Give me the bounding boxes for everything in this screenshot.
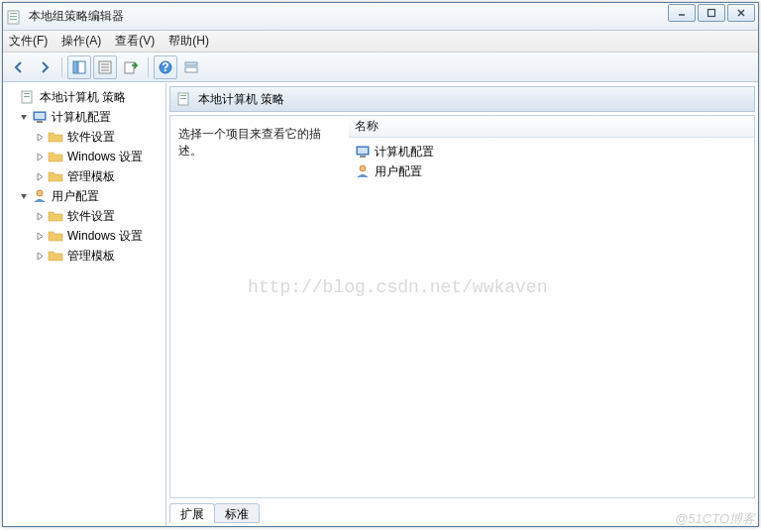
svg-rect-27	[180, 95, 186, 96]
svg-text:?: ?	[162, 60, 168, 74]
tree-root[interactable]: 本地计算机 策略	[5, 87, 163, 107]
app-icon	[7, 9, 23, 25]
tab-extended[interactable]: 扩展	[169, 503, 215, 523]
svg-rect-2	[10, 16, 17, 17]
app-window: 本地组策略编辑器 文件(F) 操作(A) 查看(V) 帮助(H) ? 本地计算机…	[2, 2, 759, 527]
tab-label: 标准	[225, 507, 249, 521]
window-title: 本地组策略编辑器	[29, 8, 754, 25]
svg-rect-30	[358, 148, 368, 154]
svg-rect-18	[185, 67, 197, 72]
tree-computer-config[interactable]: 计算机配置	[5, 107, 163, 127]
folder-icon	[48, 248, 63, 264]
toolbar: ?	[3, 53, 758, 82]
expand-icon[interactable]	[35, 211, 46, 222]
collapse-icon[interactable]	[19, 191, 30, 202]
expand-icon[interactable]	[35, 251, 46, 262]
svg-rect-8	[73, 61, 77, 73]
list-item-label: 计算机配置	[375, 144, 434, 160]
description-column: 选择一个项目来查看它的描述。	[170, 116, 349, 497]
computer-icon	[355, 144, 371, 160]
back-button[interactable]	[7, 55, 31, 79]
list-item-label: 用户配置	[375, 163, 422, 180]
svg-point-32	[360, 165, 366, 171]
tree-pane[interactable]: 本地计算机 策略 计算机配置 软件设置 Windows 设置 管理模板	[3, 83, 166, 526]
policy-icon	[176, 91, 192, 107]
list-column: 名称 计算机配置 用户配置	[349, 116, 754, 497]
tree-user-templates[interactable]: 管理模板	[5, 246, 163, 266]
help-button[interactable]: ?	[154, 55, 177, 79]
right-title: 本地计算机 策略	[198, 91, 284, 108]
column-header-label: 名称	[355, 118, 379, 135]
expand-icon[interactable]	[35, 132, 46, 143]
right-pane: 本地计算机 策略 选择一个项目来查看它的描述。 名称 计算机配置	[166, 83, 758, 526]
maximize-button[interactable]	[698, 4, 725, 22]
user-icon	[355, 163, 371, 179]
policy-icon	[20, 89, 36, 105]
content-area: 本地计算机 策略 计算机配置 软件设置 Windows 设置 管理模板	[3, 82, 758, 526]
minimize-button[interactable]	[668, 4, 696, 22]
folder-icon	[48, 129, 63, 145]
folder-icon	[48, 208, 63, 224]
toolbar-separator	[148, 57, 149, 77]
toolbar-separator	[61, 57, 62, 77]
svg-rect-5	[708, 10, 715, 17]
svg-rect-20	[24, 93, 30, 94]
tree-user-software[interactable]: 软件设置	[5, 206, 163, 226]
svg-rect-9	[78, 61, 85, 73]
computer-icon	[32, 109, 48, 125]
tree-user-windows[interactable]: Windows 设置	[5, 226, 163, 246]
filter-button[interactable]	[179, 55, 203, 79]
properties-button[interactable]	[93, 55, 117, 79]
tree-computer-templates[interactable]: 管理模板	[5, 166, 163, 186]
menu-help[interactable]: 帮助(H)	[168, 33, 209, 50]
menu-action[interactable]: 操作(A)	[61, 33, 101, 50]
expand-icon[interactable]	[35, 171, 46, 182]
menubar: 文件(F) 操作(A) 查看(V) 帮助(H)	[3, 31, 758, 53]
svg-rect-0	[8, 11, 19, 24]
tree-label: 软件设置	[67, 129, 115, 146]
svg-rect-3	[10, 19, 17, 20]
collapse-icon[interactable]	[19, 112, 30, 123]
right-header: 本地计算机 策略	[169, 86, 755, 112]
tree-label: 管理模板	[67, 168, 115, 185]
user-icon	[32, 188, 48, 204]
list-items: 计算机配置 用户配置	[349, 138, 754, 185]
tree-label: Windows 设置	[67, 149, 143, 165]
description-prompt: 选择一个项目来查看它的描述。	[178, 127, 321, 158]
tree-label: 用户配置	[52, 188, 99, 205]
tree-user-config[interactable]: 用户配置	[5, 186, 163, 206]
blank-expander	[7, 92, 18, 103]
tab-standard[interactable]: 标准	[214, 503, 260, 523]
tree-computer-windows[interactable]: Windows 设置	[5, 147, 163, 166]
menu-file[interactable]: 文件(F)	[9, 33, 48, 50]
expand-icon[interactable]	[35, 152, 46, 162]
right-body: 选择一个项目来查看它的描述。 名称 计算机配置 用户配置	[169, 115, 755, 498]
svg-rect-14	[125, 62, 134, 73]
svg-rect-21	[24, 96, 30, 97]
tree-label: 管理模板	[67, 248, 115, 265]
menu-view[interactable]: 查看(V)	[115, 33, 155, 50]
expand-icon[interactable]	[35, 231, 46, 242]
tree-root-label: 本地计算机 策略	[40, 89, 126, 106]
tree-label: 计算机配置	[52, 109, 111, 126]
svg-rect-23	[35, 113, 45, 119]
folder-icon	[48, 228, 63, 244]
folder-icon	[48, 149, 63, 164]
svg-rect-17	[185, 62, 197, 65]
window-controls	[668, 4, 755, 22]
tree-label: Windows 设置	[67, 228, 143, 245]
tree-computer-software[interactable]: 软件设置	[5, 127, 163, 147]
tab-label: 扩展	[180, 507, 204, 521]
show-tree-button[interactable]	[67, 55, 91, 79]
titlebar: 本地组策略编辑器	[3, 3, 758, 31]
svg-rect-31	[360, 156, 366, 158]
svg-point-25	[37, 190, 43, 196]
close-button[interactable]	[727, 4, 755, 22]
tree-label: 软件设置	[67, 208, 115, 225]
list-item-user[interactable]: 用户配置	[351, 161, 752, 181]
forward-button[interactable]	[33, 55, 56, 79]
svg-rect-28	[180, 98, 186, 99]
list-item-computer[interactable]: 计算机配置	[351, 142, 752, 161]
column-header-name[interactable]: 名称	[349, 116, 754, 138]
export-button[interactable]	[119, 55, 143, 79]
